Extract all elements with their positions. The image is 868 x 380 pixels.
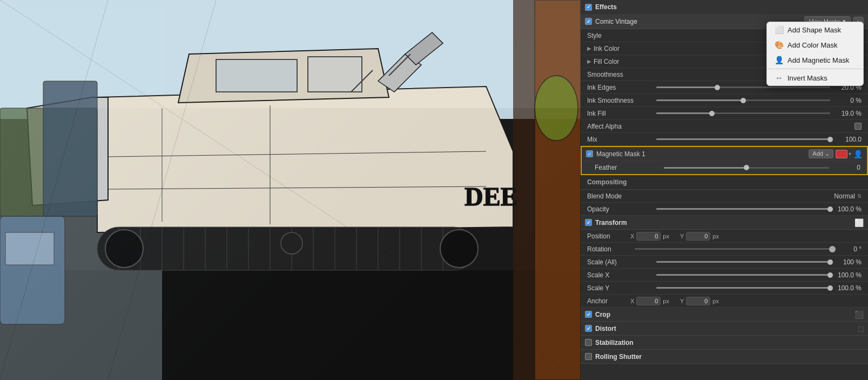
add-color-mask-menu-item[interactable]: 🎨 Add Color Mask [767,37,863,52]
ink-edges-thumb[interactable] [715,85,720,90]
scale-all-slider[interactable] [656,261,830,263]
scale-y-slider[interactable] [656,287,830,289]
compositing-header: Compositing [581,175,868,190]
distort-checkbox[interactable] [585,325,592,332]
effects-section-header: Effects [581,0,868,14]
feather-thumb[interactable] [744,165,749,170]
scale-y-thumb[interactable] [827,285,833,291]
svg-rect-35 [5,232,54,265]
rotation-thumb[interactable] [829,246,836,252]
affect-alpha-row: Affect Alpha [581,120,868,133]
magnetic-mask-row: Magnetic Mask 1 Add ⌄ ▾ 👤 [582,147,867,161]
ink-smoothness-thumb[interactable] [741,98,746,103]
crop-icon: ⬛ [854,310,864,319]
mix-thumb[interactable] [827,137,833,142]
effects-checkbox[interactable] [585,4,592,11]
smoothness-label: Smoothness [587,71,652,78]
mix-slider[interactable] [656,138,830,140]
ink-color-label: Ink Color [594,45,658,52]
opacity-label: Opacity [587,205,652,213]
ink-fill-slider[interactable] [656,112,830,114]
effects-title: Effects [595,3,617,11]
anchor-y-axis: Y [680,298,684,304]
context-menu: ⬜ Add Shape Mask 🎨 Add Color Mask 👤 Add … [766,22,864,86]
ink-smoothness-value: 0 % [835,97,862,104]
rotation-slider[interactable] [635,248,836,250]
position-y-input[interactable] [686,232,710,241]
scale-all-fill [656,261,830,263]
ink-edges-slider[interactable] [656,86,830,88]
mix-label: Mix [587,136,652,143]
ink-smoothness-slider[interactable] [656,99,830,101]
position-x-axis: X [630,233,634,239]
crop-checkbox[interactable] [585,311,592,318]
mix-value: 100.0 [835,136,862,143]
rolling-shutter-checkbox[interactable] [585,353,592,360]
anchor-x-axis: X [630,298,634,304]
magnetic-mask-checkbox[interactable] [586,150,593,157]
ink-fill-thumb[interactable] [709,111,715,116]
add-magnetic-mask-menu-item[interactable]: 👤 Add Magnetic Mask [767,52,863,68]
scale-x-slider[interactable] [656,274,830,276]
feather-value: 0 [833,164,860,171]
anchor-x-field: X px [630,297,669,305]
anchor-y-input[interactable] [686,297,710,305]
scale-all-label: Scale (All) [587,258,652,266]
position-y-unit: px [712,233,719,239]
scale-y-fill [656,287,830,289]
svg-rect-23 [308,57,362,92]
position-x-input[interactable] [636,232,661,241]
svg-text:DEE: DEE [465,182,518,211]
ink-fill-value: 19.0 % [835,110,862,117]
stabilization-checkbox[interactable] [585,339,592,346]
opacity-slider[interactable] [656,208,830,210]
opacity-row: Opacity 100.0 % [581,203,868,216]
ink-fill-row: Ink Fill 19.0 % [581,107,868,120]
affect-alpha-checkbox[interactable] [854,123,862,130]
crop-title: Crop [595,311,610,318]
opacity-thumb[interactable] [827,206,833,212]
magnetic-mask-section: Magnetic Mask 1 Add ⌄ ▾ 👤 Feather 0 [581,146,868,175]
crop-header: Crop ⬛ [581,308,868,322]
mask-person-icon: 👤 [853,150,863,158]
transform-checkbox[interactable] [585,219,592,226]
scale-all-thumb[interactable] [827,259,833,265]
svg-point-31 [105,230,143,268]
right-panel: Effects Comic Vintage View Masks ▾ + Sty… [581,0,868,380]
svg-rect-22 [216,59,297,92]
transform-section: Transform ⬜ Position X px Y px Rotation [581,216,868,308]
blend-mode-label: Blend Mode [587,192,641,200]
magnetic-mask-add-button[interactable]: Add ⌄ [809,149,833,158]
comic-vintage-checkbox[interactable] [585,18,592,25]
add-shape-mask-menu-item[interactable]: ⬜ Add Shape Mask [767,22,863,37]
mix-row: Mix 100.0 [581,133,868,146]
blend-mode-row: Blend Mode Normal ⇅ [581,190,868,203]
ink-smoothness-row: Ink Smoothness 0 % [581,94,868,107]
blend-mode-arrows-icon: ⇅ [857,193,862,199]
canvas-area: DEE [0,0,581,380]
feather-slider[interactable] [664,167,829,169]
distort-icon: ⬚ [858,325,864,332]
fill-color-label: Fill Color [594,58,658,65]
magnetic-mask-label: Magnetic Mask 1 [596,150,809,158]
ink-fill-fill [656,112,712,114]
position-row: Position X px Y px [581,230,868,243]
distort-title: Distort [595,325,616,332]
distort-header: Distort ⬚ [581,322,868,336]
feather-fill [664,167,746,169]
rolling-shutter-title: Rolling Shutter [595,353,642,361]
feather-label: Feather [595,164,660,171]
scale-y-row: Scale Y 100.0 % [581,282,868,295]
scale-y-value: 100.0 % [835,284,862,292]
invert-masks-label: Invert Masks [788,74,827,82]
invert-masks-menu-item[interactable]: ↔ Invert Masks [767,70,863,85]
scale-x-thumb[interactable] [827,272,833,278]
magnetic-mask-color-swatch[interactable] [836,150,847,158]
anchor-x-input[interactable] [636,297,661,305]
mask-color-chevron-icon[interactable]: ▾ [849,151,851,157]
position-x-field: X px [630,232,669,241]
fill-color-arrow: ▶ [587,58,591,64]
anchor-y-field: Y px [680,297,719,305]
stabilization-title: Stabilization [595,339,634,346]
transform-icon: ⬜ [854,218,864,227]
